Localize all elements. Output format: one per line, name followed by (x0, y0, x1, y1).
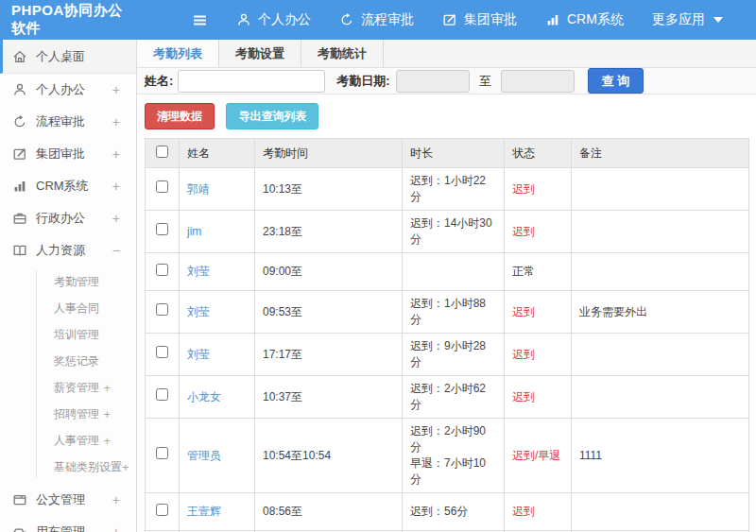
table-row: jim 23:18至 迟到：14小时30分 迟到 (146, 211, 749, 253)
sidebar-item-vehicle-management[interactable]: 用车管理 + (0, 516, 136, 532)
chart-icon (545, 12, 560, 27)
sidebar-subitem-salary[interactable]: 薪资管理 + (0, 374, 136, 401)
table-row: 刘莹 09:00至 正常 (146, 253, 749, 291)
to-label: 至 (479, 73, 491, 90)
status-cell: 迟到 (505, 211, 572, 253)
process-icon (12, 114, 27, 129)
date-from-input[interactable] (396, 70, 470, 93)
sidebar-item-label: 用车管理 (36, 523, 112, 532)
remark-cell (572, 334, 749, 376)
sidebar-toggle-button[interactable] (192, 12, 208, 28)
table-header-row: 姓名 考勤时间 时长 状态 备注 (146, 139, 749, 168)
remark-cell: 业务需要外出 (572, 291, 749, 334)
nav-more-apps[interactable]: 更多应用 (652, 11, 723, 28)
employee-name-link[interactable]: jim (187, 225, 201, 238)
duration-cell: 迟到：1小时22分 (403, 168, 505, 211)
duration-cell: 迟到：14小时30分 (403, 211, 505, 253)
sidebar-item-personal-office[interactable]: 个人办公 + (0, 74, 136, 106)
employee-name-link[interactable]: 王壹辉 (187, 505, 221, 518)
row-checkbox[interactable] (156, 447, 168, 459)
row-checkbox[interactable] (156, 223, 168, 235)
book-icon (12, 243, 27, 258)
caret-down-icon (713, 17, 723, 23)
sidebar-item-hr[interactable]: 人力资源 − (0, 234, 136, 266)
export-list-button[interactable]: 导出查询列表 (226, 103, 318, 129)
sidebar-item-workflow-approval[interactable]: 流程审批 + (0, 106, 136, 138)
expand-plus-icon: + (103, 407, 111, 421)
row-checkbox[interactable] (156, 264, 168, 276)
expand-plus-icon: + (112, 82, 120, 97)
nav-group-approval[interactable]: 集团审批 (442, 11, 517, 28)
row-checkbox[interactable] (156, 388, 168, 401)
tab-attendance-settings[interactable]: 考勤设置 (219, 40, 301, 67)
row-checkbox[interactable] (156, 346, 168, 358)
row-checkbox[interactable] (156, 180, 168, 193)
duration-cell: 迟到：1小时88分 (403, 291, 505, 334)
sidebar-subitem-recruitment[interactable]: 招聘管理 + (0, 401, 136, 427)
sidebar-item-label: 人力资源 (36, 242, 112, 259)
tab-attendance-stats[interactable]: 考勤统计 (301, 40, 384, 67)
remark-cell (572, 211, 749, 253)
employee-name-link[interactable]: 郭靖 (187, 182, 210, 196)
sidebar-subitem-label: 人事合同 (54, 300, 136, 317)
status-cell: 迟到 (505, 493, 572, 531)
sidebar-subitem-label: 奖惩记录 (54, 353, 136, 369)
nav-personal-office[interactable]: 个人办公 (236, 11, 311, 28)
tab-attendance-list[interactable]: 考勤列表 (137, 40, 219, 67)
chart-icon (12, 179, 27, 194)
expand-plus-icon: + (112, 524, 120, 532)
attendance-time-cell: 10:54至10:54 (255, 419, 403, 493)
employee-name-link[interactable]: 管理员 (187, 449, 221, 462)
expand-plus-icon: + (112, 179, 120, 194)
user-icon (12, 82, 27, 97)
row-checkbox[interactable] (156, 303, 168, 316)
sidebar-subitem-base-category[interactable]: 基础类别设置 + (0, 454, 136, 480)
sidebar-subitem-training[interactable]: 培训管理 (0, 321, 136, 348)
top-navigation: 个人办公 流程审批 集团审批 CRM系统 更多应用 (236, 11, 751, 28)
clean-data-button[interactable]: 清理数据 (145, 103, 215, 129)
nav-label: 个人办公 (258, 11, 311, 28)
employee-name-link[interactable]: 刘莹 (187, 348, 210, 361)
sidebar-subitem-hr-contract[interactable]: 人事合同 (0, 295, 136, 321)
remark-cell (572, 253, 749, 291)
query-button[interactable]: 查 询 (588, 68, 644, 94)
remark-cell (572, 168, 749, 211)
sidebar-item-label: CRM系统 (36, 178, 112, 195)
row-checkbox[interactable] (156, 504, 168, 516)
nav-workflow-approval[interactable]: 流程审批 (339, 11, 414, 28)
employee-name-link[interactable]: 刘莹 (187, 265, 210, 278)
sidebar-item-group-approval[interactable]: 集团审批 + (0, 138, 136, 170)
attendance-time-cell: 08:56至 (255, 493, 403, 531)
edit-icon (442, 12, 457, 27)
attendance-time-cell: 09:00至 (255, 253, 403, 291)
sidebar-item-crm[interactable]: CRM系统 + (0, 170, 136, 202)
nav-crm[interactable]: CRM系统 (545, 11, 624, 28)
name-input[interactable] (178, 70, 325, 93)
sidebar-item-label: 流程审批 (36, 113, 112, 130)
remark-cell: 1111 (572, 419, 749, 493)
employee-name-link[interactable]: 小龙女 (187, 390, 221, 403)
app-logo: PHPOA协同办公软件 (0, 2, 137, 38)
table-row: 刘莹 09:53至 迟到：1小时88分 迟到 业务需要外出 (146, 291, 749, 334)
remark-cell (572, 376, 749, 419)
sidebar-item-admin-office[interactable]: 行政办公 + (0, 202, 136, 234)
sidebar-subitem-label: 考勤管理 (54, 274, 136, 290)
table-row: 刘莹 17:17至 迟到：9小时28分 迟到 (146, 334, 749, 376)
attendance-time-cell: 10:13至 (255, 168, 403, 211)
select-all-checkbox[interactable] (156, 146, 168, 158)
date-to-input[interactable] (501, 70, 575, 93)
nav-label: 更多应用 (652, 11, 705, 28)
employee-name-link[interactable]: 刘莹 (187, 305, 210, 318)
duration-cell: 迟到：56分 (403, 493, 505, 531)
status-cell: 迟到 (505, 168, 572, 211)
status-cell: 正常 (505, 253, 572, 291)
duration-cell: 迟到：9小时28分 (403, 334, 505, 376)
sidebar-subitem-label: 人事管理 (54, 433, 103, 449)
sidebar-item-desktop[interactable]: 个人桌面 (0, 40, 136, 74)
sidebar-subitem-personnel[interactable]: 人事管理 + (0, 427, 136, 454)
sidebar-subitem-reward-punishment[interactable]: 奖惩记录 (0, 348, 136, 374)
sidebar-item-document-management[interactable]: 公文管理 + (0, 484, 136, 516)
doc-icon (12, 492, 27, 507)
expand-plus-icon: + (112, 146, 120, 162)
sidebar-subitem-attendance[interactable]: 考勤管理 (0, 268, 136, 295)
